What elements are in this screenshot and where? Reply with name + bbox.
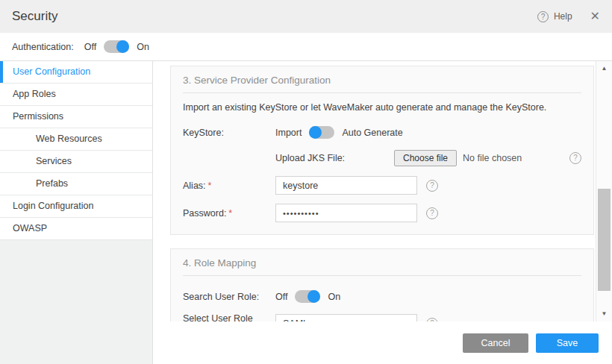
password-label-text: Password: [183, 208, 226, 219]
section-title: 4. Role Mapping [183, 254, 581, 276]
main-panel: 3. Service Provider Configuration Import… [153, 61, 612, 364]
upload-jks-label: Upload JKS File: [275, 153, 394, 163]
sidebar-item-user-configuration[interactable]: User Configuration [0, 61, 152, 84]
sidebar-item-login-configuration[interactable]: Login Configuration [0, 195, 152, 218]
password-row: Password:* ? [183, 204, 581, 222]
action-footer: Cancel Save [153, 321, 612, 364]
keystore-label: KeyStore: [183, 128, 275, 138]
help-icon[interactable]: ? [537, 11, 549, 22]
sidebar-item-app-roles[interactable]: App Roles [0, 84, 152, 106]
upload-help-icon[interactable]: ? [569, 152, 581, 164]
required-asterisk: * [228, 208, 232, 219]
toggle-knob [116, 40, 129, 53]
file-chosen-status: No file chosen [463, 153, 522, 163]
page-title: Security [12, 9, 57, 24]
close-icon[interactable]: ✕ [590, 10, 600, 22]
scrollbar-thumb[interactable] [598, 189, 611, 291]
search-role-off-label: Off [275, 292, 287, 302]
authentication-bar: Authentication: Off On [0, 33, 612, 61]
search-user-role-toggle[interactable] [295, 290, 320, 303]
search-user-role-label: Search User Role: [183, 292, 275, 302]
alias-label: Alias:* [183, 181, 275, 191]
search-user-role-row: Search User Role: Off On [183, 290, 581, 303]
security-sidebar: User Configuration App Roles Permissions… [0, 61, 153, 364]
save-button[interactable]: Save [536, 333, 599, 353]
header-actions: ? Help ✕ [537, 10, 600, 22]
toggle-knob [307, 290, 320, 303]
security-dialog: Security ? Help ✕ Authentication: Off On… [0, 0, 612, 364]
required-asterisk: * [208, 181, 212, 191]
alias-label-text: Alias: [183, 181, 206, 191]
authentication-toggle[interactable] [104, 40, 129, 53]
alias-input[interactable] [275, 176, 417, 195]
keystore-row: KeyStore: Import Auto Generate [183, 126, 581, 139]
authentication-on-label: On [137, 42, 149, 52]
section-description: Import an existing KeyStore or let WaveM… [183, 102, 581, 113]
authentication-off-label: Off [84, 42, 96, 52]
scroll-down-icon[interactable]: ▼ [596, 308, 612, 320]
sidebar-item-services[interactable]: Services [0, 151, 152, 173]
alias-help-icon[interactable]: ? [426, 180, 438, 192]
keystore-toggle[interactable] [309, 126, 334, 139]
password-input[interactable] [275, 204, 417, 222]
search-role-on-label: On [328, 292, 340, 302]
scroll-up-icon[interactable]: ▲ [596, 63, 612, 75]
cancel-button[interactable]: Cancel [463, 333, 528, 353]
section-title: 3. Service Provider Configuration [183, 71, 581, 93]
sidebar-item-permissions[interactable]: Permissions [0, 106, 152, 128]
sidebar-item-prefabs[interactable]: Prefabs [0, 173, 152, 195]
password-label: Password:* [183, 208, 275, 219]
choose-file-button[interactable]: Choose file [394, 150, 457, 166]
section-service-provider-configuration: 3. Service Provider Configuration Import… [170, 66, 594, 235]
alias-row: Alias:* ? [183, 176, 581, 195]
sidebar-item-owasp[interactable]: OWASP [0, 218, 152, 240]
authentication-label: Authentication: [12, 42, 74, 52]
keystore-import-label: Import [275, 128, 302, 138]
keystore-autogenerate-label: Auto Generate [342, 128, 402, 138]
dialog-body: User Configuration App Roles Permissions… [0, 61, 612, 364]
scroll-content: 3. Service Provider Configuration Import… [153, 61, 596, 364]
dialog-header: Security ? Help ✕ [0, 0, 612, 33]
help-link[interactable]: Help [554, 11, 572, 22]
toggle-knob [309, 126, 322, 139]
password-help-icon[interactable]: ? [426, 207, 438, 219]
sidebar-item-web-resources[interactable]: Web Resources [0, 128, 152, 151]
upload-jks-row: Upload JKS File: Choose file No file cho… [183, 150, 581, 166]
vertical-scrollbar[interactable]: ▲ ▼ [596, 61, 612, 321]
